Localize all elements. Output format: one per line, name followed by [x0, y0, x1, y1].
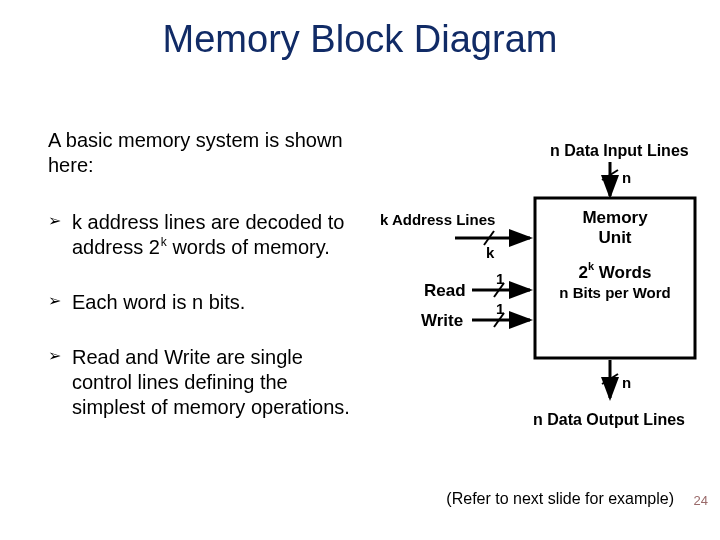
block-line1: Memory	[582, 208, 648, 227]
label-write: Write	[421, 311, 463, 330]
label-k: k	[486, 244, 495, 261]
block-line4: n Bits per Word	[559, 284, 670, 301]
bullet-1-text-b: words of memory.	[167, 236, 330, 258]
page-number: 24	[694, 493, 708, 508]
figure-caption: (Refer to next slide for example)	[446, 490, 674, 508]
slide-title: Memory Block Diagram	[0, 18, 720, 61]
label-read: Read	[424, 281, 466, 300]
label-write-1: 1	[496, 300, 504, 317]
block-line2: Unit	[598, 228, 631, 247]
intro-text: A basic memory system is shown here:	[48, 128, 358, 178]
text-column: A basic memory system is shown here: k a…	[48, 128, 358, 450]
bullet-3: Read and Write are single control lines …	[48, 345, 358, 420]
bullet-1-sup: k	[160, 235, 167, 249]
memory-block-diagram: n Data Input Lines n Memory Unit 2k Word…	[380, 138, 710, 468]
label-address: k Address Lines	[380, 211, 495, 228]
label-read-1: 1	[496, 270, 504, 287]
label-data-input: n Data Input Lines	[550, 142, 689, 159]
bullet-1: k address lines are decoded to address 2…	[48, 210, 358, 260]
label-data-output: n Data Output Lines	[533, 411, 685, 428]
label-top-n: n	[622, 169, 631, 186]
label-bottom-n: n	[622, 374, 631, 391]
bullet-2: Each word is n bits.	[48, 290, 358, 315]
block-line3: 2k Words	[579, 260, 652, 282]
